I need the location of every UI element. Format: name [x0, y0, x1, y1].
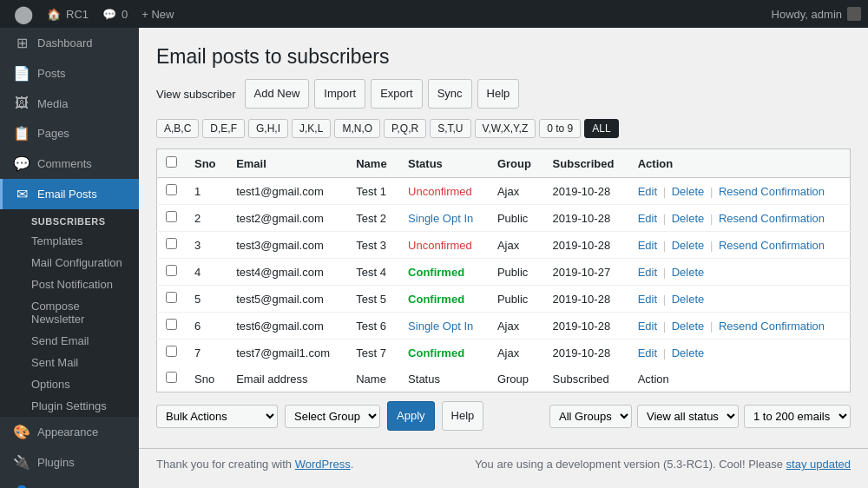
dashboard-icon: ⊞	[13, 35, 30, 51]
alpha-btn-mno[interactable]: M,N,O	[334, 119, 380, 138]
page-title: Email posts to subscribers	[156, 45, 851, 69]
row-action-delete[interactable]: Delete	[672, 239, 705, 252]
row-action-edit[interactable]: Edit	[638, 346, 657, 359]
row-action-delete[interactable]: Delete	[672, 266, 705, 279]
sidebar-item-email-posts[interactable]: ✉ Email Posts	[0, 179, 139, 209]
admin-menu: ⊞ Dashboard 📄 Posts 🖼 Media 📋 Pages 💬 Co…	[0, 28, 139, 488]
footer-subscribed: Subscribed	[544, 366, 629, 392]
content-wrap: Email posts to subscribers View subscrib…	[139, 28, 868, 448]
row-subscribed: 2019-10-28	[544, 313, 629, 340]
sidebar-item-options[interactable]: Options	[0, 373, 139, 395]
check-all-footer-checkbox[interactable]	[166, 372, 177, 383]
row-action-edit[interactable]: Edit	[638, 293, 657, 306]
alpha-btn-vwxyz[interactable]: V,W,X,Y,Z	[475, 119, 536, 138]
view-subscriber-label: View subscriber	[156, 88, 236, 101]
row-checkbox-6[interactable]	[166, 346, 177, 357]
export-button[interactable]: Export	[371, 79, 423, 109]
row-status: Confirmed	[399, 286, 489, 313]
alpha-btn-ghi[interactable]: G,H,I	[248, 119, 288, 138]
row-action-delete[interactable]: Delete	[672, 293, 705, 306]
status-badge: Confirmed	[408, 293, 464, 306]
row-action-edit[interactable]: Edit	[638, 185, 657, 198]
wordpress-link[interactable]: WordPress	[295, 458, 351, 471]
table-row: 4test4@gmail.comTest 4ConfirmedPublic201…	[157, 259, 851, 286]
row-action-resend-confirmation[interactable]: Resend Confirmation	[719, 212, 825, 225]
alpha-btn-0to9[interactable]: 0 to 9	[539, 119, 581, 138]
row-action-edit[interactable]: Edit	[638, 320, 657, 333]
sidebar-item-posts[interactable]: 📄 Posts	[0, 58, 139, 89]
row-checkbox-5[interactable]	[166, 319, 177, 330]
action-separator: |	[660, 239, 669, 252]
appearance-icon: 🎨	[13, 424, 30, 440]
alpha-btn-stu[interactable]: S,T,U	[430, 119, 470, 138]
sidebar-item-templates[interactable]: Templates	[0, 230, 139, 252]
sidebar-item-compose-newsletter[interactable]: Compose Newsletter	[0, 295, 139, 330]
comments-icon: 💬	[13, 155, 30, 172]
row-action-delete[interactable]: Delete	[672, 346, 705, 359]
alpha-btn-def[interactable]: D,E,F	[202, 119, 245, 138]
stay-updated-link[interactable]: stay updated	[786, 458, 851, 471]
new-item[interactable]: + New	[135, 0, 181, 28]
row-action-edit[interactable]: Edit	[638, 239, 657, 252]
pagination-select[interactable]: 1 to 200 emails	[744, 405, 851, 428]
wp-logo-item[interactable]: ⬤	[7, 0, 40, 28]
sidebar-label-email-posts: Email Posts	[37, 188, 97, 201]
sync-button[interactable]: Sync	[428, 79, 472, 109]
status-badge: Confirmed	[408, 266, 464, 279]
row-action-resend-confirmation[interactable]: Resend Confirmation	[719, 320, 825, 333]
check-all-checkbox[interactable]	[166, 156, 177, 168]
sidebar-item-sent-mail[interactable]: Sent Mail	[0, 352, 139, 373]
help-button[interactable]: Help	[477, 79, 520, 109]
row-action-resend-confirmation[interactable]: Resend Confirmation	[719, 185, 825, 198]
action-separator: |	[660, 212, 669, 225]
main-content: Email posts to subscribers View subscrib…	[139, 28, 868, 488]
sidebar-item-users[interactable]: 👤 Users	[0, 478, 139, 488]
comments-item[interactable]: 💬 0	[95, 0, 135, 28]
alpha-btn-jkl[interactable]: J,K,L	[292, 119, 331, 138]
row-group: Public	[489, 205, 544, 232]
site-name-item[interactable]: 🏠 RC1	[40, 0, 95, 28]
sidebar-item-appearance[interactable]: 🎨 Appearance	[0, 417, 139, 447]
bulk-actions-select[interactable]: Bulk Actions Delete	[156, 405, 278, 428]
import-button[interactable]: Import	[314, 79, 365, 109]
footer-right: You are using a development version (5.3…	[475, 458, 851, 471]
sidebar-item-media[interactable]: 🖼 Media	[0, 89, 139, 118]
sidebar-item-comments[interactable]: 💬 Comments	[0, 148, 139, 179]
header-status: Status	[399, 149, 489, 178]
row-action-delete[interactable]: Delete	[672, 185, 705, 198]
table-row: 5test5@gmail.comTest 5ConfirmedPublic201…	[157, 286, 851, 313]
sidebar-item-plugin-settings[interactable]: Plugin Settings	[0, 395, 139, 417]
sidebar-item-dashboard[interactable]: ⊞ Dashboard	[0, 28, 139, 58]
row-checkbox-1[interactable]	[166, 211, 177, 222]
alpha-btn-pqr[interactable]: P,Q,R	[384, 119, 426, 138]
sidebar-item-send-email[interactable]: Send Email	[0, 330, 139, 352]
group-select[interactable]: Select Group	[285, 405, 380, 428]
apply-button[interactable]: Apply	[387, 401, 435, 431]
sidebar-item-post-notification[interactable]: Post Notification	[0, 274, 139, 295]
sidebar-item-plugins[interactable]: 🔌 Plugins	[0, 447, 139, 478]
row-checkbox-3[interactable]	[166, 265, 177, 276]
row-checkbox-4[interactable]	[166, 292, 177, 303]
row-action-delete[interactable]: Delete	[672, 212, 705, 225]
subscribers-submenu: Subscribers Templates Mail Configuration…	[0, 209, 139, 417]
row-action-edit[interactable]: Edit	[638, 266, 657, 279]
row-subscribed: 2019-10-28	[544, 205, 629, 232]
row-subscribed: 2019-10-28	[544, 232, 629, 259]
all-groups-select[interactable]: All Groups	[549, 405, 632, 428]
row-action-edit[interactable]: Edit	[638, 212, 657, 225]
row-action: Edit | Delete	[629, 286, 851, 313]
sidebar-item-mail-configuration[interactable]: Mail Configuration	[0, 252, 139, 274]
help-button-2[interactable]: Help	[442, 401, 484, 431]
row-action-resend-confirmation[interactable]: Resend Confirmation	[719, 239, 825, 252]
alpha-btn-all[interactable]: ALL	[584, 119, 618, 138]
row-action: Edit | Delete | Resend Confirmation	[629, 178, 851, 205]
add-new-button[interactable]: Add New	[245, 79, 310, 109]
alpha-btn-abc[interactable]: A,B,C	[156, 119, 199, 138]
header-check	[157, 149, 187, 178]
row-checkbox-2[interactable]	[166, 238, 177, 249]
row-checkbox-0[interactable]	[166, 184, 177, 195]
row-action-delete[interactable]: Delete	[672, 320, 705, 333]
sidebar-item-pages[interactable]: 📋 Pages	[0, 118, 139, 148]
view-all-status-select[interactable]: View all status	[637, 405, 739, 428]
footer-name: Name	[347, 366, 399, 392]
